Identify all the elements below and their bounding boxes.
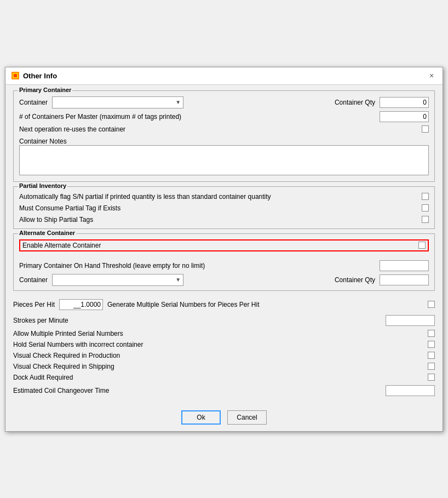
standalone-section: Pieces Per Hit Generate Multiple Serial …	[13, 295, 435, 399]
allow-ship-checkbox[interactable]	[422, 216, 429, 223]
visual-check-ship-checkbox[interactable]	[428, 363, 435, 370]
visual-check-prod-checkbox-container	[423, 352, 435, 359]
auto-flag-label: Automatically flag S/N partial if printe…	[19, 193, 417, 201]
alt-container-field-label: Container	[19, 276, 48, 284]
alt-dropdown-arrow-icon: ▼	[175, 277, 181, 283]
container-qty-label: Container Qty	[335, 99, 375, 106]
alt-container-dropdown[interactable]: ▼	[52, 274, 183, 286]
alternate-container-label: Alternate Container	[18, 230, 76, 236]
dock-audit-label: Dock Audit Required	[13, 374, 423, 381]
ok-button[interactable]: Ok	[181, 410, 221, 425]
threshold-label: Primary Container On Hand Threshold (lea…	[19, 262, 380, 270]
enable-alternate-row: Enable Alternate Container	[19, 239, 429, 251]
alt-container-qty-label: Container Qty	[335, 276, 375, 284]
coil-changeover-label: Estimated Coil Changeover Time	[13, 387, 386, 394]
allow-multiple-checkbox[interactable]	[428, 330, 435, 337]
enable-alternate-checkbox[interactable]	[418, 242, 426, 249]
hold-serial-checkbox-container	[423, 341, 435, 348]
next-operation-row: Next operation re-uses the container	[19, 125, 429, 134]
visual-check-prod-checkbox[interactable]	[428, 352, 435, 359]
containers-per-master-label: # of Containers Per Master (maximum # of…	[19, 113, 181, 121]
hold-serial-row: Hold Serial Numbers with incorrect conta…	[13, 340, 435, 349]
must-consume-checkbox[interactable]	[422, 204, 429, 211]
visual-check-ship-label: Visual Check Required in Shipping	[13, 363, 423, 370]
pieces-per-hit-row: Pieces Per Hit Generate Multiple Serial …	[13, 297, 435, 312]
title-bar: Other Info ×	[5, 67, 443, 85]
hold-serial-checkbox[interactable]	[428, 341, 435, 348]
must-consume-checkbox-container	[417, 204, 429, 211]
enable-alternate-label: Enable Alternate Container	[22, 242, 413, 249]
container-notes-group: Container Notes	[19, 136, 429, 177]
visual-check-ship-row: Visual Check Required in Shipping	[13, 362, 435, 371]
allow-ship-checkbox-container	[417, 216, 429, 223]
primary-container-label: Primary Container	[18, 87, 72, 93]
pieces-per-hit-input[interactable]	[59, 299, 103, 310]
next-operation-checkbox[interactable]	[422, 125, 429, 133]
cancel-button[interactable]: Cancel	[227, 410, 267, 425]
partial-inventory-label: Partial Inventory	[18, 182, 67, 189]
generate-serial-checkbox[interactable]	[428, 301, 435, 308]
container-notes-textarea[interactable]	[19, 145, 429, 175]
coil-changeover-input[interactable]	[386, 385, 435, 396]
dialog-footer: Ok Cancel	[5, 405, 443, 431]
auto-flag-checkbox[interactable]	[422, 193, 429, 200]
allow-ship-label: Allow to Ship Partial Tags	[19, 216, 417, 224]
dock-audit-row: Dock Audit Required	[13, 373, 435, 382]
enable-alternate-checkbox-container	[413, 242, 426, 249]
alternate-container-content: Enable Alternate Container Primary Conta…	[19, 239, 429, 286]
next-operation-label: Next operation re-uses the container	[19, 125, 417, 133]
alt-container-inner: Primary Container On Hand Threshold (lea…	[19, 260, 429, 286]
partial-inventory-section: Partial Inventory Automatically flag S/N…	[13, 186, 435, 229]
svg-rect-2	[14, 74, 17, 77]
dialog-title: Other Info	[23, 72, 57, 80]
primary-container-content: Container ▼ Container Qty # of Container…	[19, 96, 429, 177]
container-row: Container ▼ Container Qty	[19, 96, 429, 108]
strokes-row: Strokes per Minute	[13, 314, 435, 327]
threshold-row: Primary Container On Hand Threshold (lea…	[19, 260, 429, 272]
generate-serial-label: Generate Multiple Serial Numbers for Pie…	[107, 301, 259, 308]
strokes-input[interactable]	[386, 315, 435, 326]
dock-audit-checkbox-container	[423, 374, 435, 381]
dialog-icon	[11, 71, 20, 80]
must-consume-label: Must Consume Partial Tag if Exists	[19, 204, 417, 212]
auto-flag-row: Automatically flag S/N partial if printe…	[19, 192, 429, 201]
hold-serial-label: Hold Serial Numbers with incorrect conta…	[13, 341, 423, 348]
dialog-body: Primary Container Container ▼ Container …	[5, 85, 443, 405]
container-dropdown[interactable]: ▼	[52, 96, 183, 108]
pieces-per-hit-label: Pieces Per Hit	[13, 301, 55, 308]
alt-container-row: Container ▼ Container Qty	[19, 274, 429, 286]
visual-check-prod-label: Visual Check Required in Production	[13, 352, 423, 359]
visual-check-ship-checkbox-container	[423, 363, 435, 370]
allow-multiple-checkbox-container	[423, 330, 435, 337]
alt-container-qty-input[interactable]	[380, 274, 429, 285]
containers-per-master-row: # of Containers Per Master (maximum # of…	[19, 111, 429, 122]
next-operation-checkbox-container	[417, 125, 429, 133]
coil-changeover-row: Estimated Coil Changeover Time	[13, 384, 435, 397]
allow-multiple-row: Allow Multiple Printed Serial Numbers	[13, 329, 435, 338]
title-bar-left: Other Info	[11, 71, 57, 80]
threshold-input[interactable]	[380, 260, 429, 271]
visual-check-prod-row: Visual Check Required in Production	[13, 351, 435, 360]
alternate-container-section: Alternate Container Enable Alternate Con…	[13, 233, 435, 291]
strokes-label: Strokes per Minute	[13, 317, 386, 324]
dock-audit-checkbox[interactable]	[428, 374, 435, 381]
container-notes-label: Container Notes	[19, 138, 429, 145]
containers-per-master-input[interactable]	[380, 111, 429, 122]
dropdown-arrow-icon: ▼	[175, 99, 181, 105]
other-info-dialog: Other Info × Primary Container Container…	[5, 67, 443, 432]
container-qty-input[interactable]	[380, 97, 429, 108]
primary-container-section: Primary Container Container ▼ Container …	[13, 90, 435, 182]
close-button[interactable]: ×	[426, 70, 437, 81]
must-consume-row: Must Consume Partial Tag if Exists	[19, 204, 429, 213]
container-field-label: Container	[19, 99, 48, 106]
auto-flag-checkbox-container	[417, 193, 429, 200]
allow-ship-row: Allow to Ship Partial Tags	[19, 215, 429, 224]
allow-multiple-label: Allow Multiple Printed Serial Numbers	[13, 330, 423, 337]
partial-inventory-content: Automatically flag S/N partial if printe…	[19, 192, 429, 224]
